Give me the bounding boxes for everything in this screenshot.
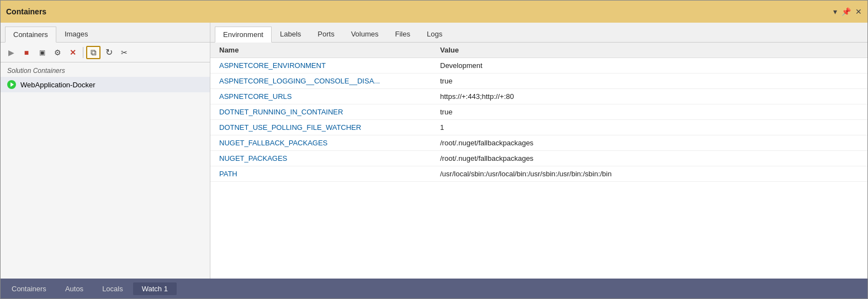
- cut-button[interactable]: ✂: [117, 46, 131, 59]
- table-row: ASPNETCORE_ENVIRONMENT Development: [210, 58, 867, 74]
- terminal-button[interactable]: ▣: [35, 46, 49, 59]
- right-panel: Environment Labels Ports Volumes Files L…: [210, 23, 867, 279]
- environment-table: Name Value ASPNETCORE_ENVIRONMENT Develo…: [210, 43, 867, 182]
- tab-logs[interactable]: Logs: [419, 26, 451, 42]
- toolbar-separator-1: [83, 47, 83, 58]
- env-name-cell: DOTNET_RUNNING_IN_CONTAINER: [210, 104, 431, 120]
- close-icon[interactable]: ✕: [855, 7, 862, 16]
- bottom-tab-watch1[interactable]: Watch 1: [133, 282, 177, 295]
- env-value-cell: /root/.nuget/fallbackpackages: [431, 135, 867, 151]
- bottom-tab-autos[interactable]: Autos: [56, 282, 92, 295]
- delete-button[interactable]: ✕: [66, 46, 80, 59]
- container-item-webapplication[interactable]: WebApplication-Docker: [1, 77, 210, 92]
- right-tabs: Environment Labels Ports Volumes Files L…: [210, 23, 867, 43]
- env-name-cell: PATH: [210, 166, 431, 182]
- main-content: Containers Images ▶ ■ ▣ ⚙ ✕ ⧉ ↻ ✂ Soluti…: [1, 23, 867, 279]
- window-title: Containers: [6, 7, 46, 16]
- env-value-cell: true: [431, 104, 867, 120]
- tab-ports[interactable]: Ports: [309, 26, 342, 42]
- copy-button[interactable]: ⧉: [86, 46, 100, 59]
- env-value-cell: https://+:443;http://+:80: [431, 89, 867, 104]
- table-row: NUGET_PACKAGES /root/.nuget/fallbackpack…: [210, 151, 867, 166]
- table-row: ASPNETCORE_LOGGING__CONSOLE__DISA... tru…: [210, 74, 867, 89]
- col-value-header: Value: [431, 43, 867, 58]
- stop-button[interactable]: ■: [19, 46, 34, 59]
- env-name-cell: ASPNETCORE_ENVIRONMENT: [210, 58, 431, 74]
- table-row: PATH /usr/local/sbin:/usr/local/bin:/usr…: [210, 166, 867, 182]
- env-value-cell: Development: [431, 58, 867, 74]
- env-name-cell: ASPNETCORE_LOGGING__CONSOLE__DISA...: [210, 74, 431, 89]
- left-panel: Containers Images ▶ ■ ▣ ⚙ ✕ ⧉ ↻ ✂ Soluti…: [1, 23, 210, 279]
- table-row: ASPNETCORE_URLS https://+:443;http://+:8…: [210, 89, 867, 104]
- start-button[interactable]: ▶: [4, 46, 18, 59]
- tab-labels[interactable]: Labels: [272, 26, 309, 42]
- running-icon: [7, 80, 16, 89]
- table-row: NUGET_FALLBACK_PACKAGES /root/.nuget/fal…: [210, 135, 867, 151]
- container-name: WebApplication-Docker: [20, 81, 96, 89]
- env-value-cell: /root/.nuget/fallbackpackages: [431, 151, 867, 166]
- tab-files[interactable]: Files: [387, 26, 419, 42]
- pin-icon[interactable]: 📌: [841, 7, 851, 16]
- env-name-cell: ASPNETCORE_URLS: [210, 89, 431, 104]
- tab-environment[interactable]: Environment: [215, 27, 272, 43]
- env-value-cell: 1: [431, 120, 867, 135]
- section-label: Solution Containers: [1, 62, 210, 77]
- title-bar: Containers ▾ 📌 ✕: [1, 1, 867, 23]
- bottom-tab-containers[interactable]: Containers: [3, 282, 55, 295]
- toolbar: ▶ ■ ▣ ⚙ ✕ ⧉ ↻ ✂: [1, 43, 210, 62]
- table-row: DOTNET_USE_POLLING_FILE_WATCHER 1: [210, 120, 867, 135]
- left-tabs: Containers Images: [1, 23, 210, 43]
- env-name-cell: NUGET_PACKAGES: [210, 151, 431, 166]
- tab-images[interactable]: Images: [56, 26, 97, 42]
- tab-volumes[interactable]: Volumes: [343, 26, 387, 42]
- environment-table-container: Name Value ASPNETCORE_ENVIRONMENT Develo…: [210, 43, 867, 279]
- env-value-cell: /usr/local/sbin:/usr/local/bin:/usr/sbin…: [431, 166, 867, 182]
- main-window: Containers ▾ 📌 ✕ Containers Images ▶ ■ ▣…: [0, 0, 868, 299]
- col-name-header: Name: [210, 43, 431, 58]
- bottom-tab-locals[interactable]: Locals: [93, 282, 132, 295]
- title-bar-controls: ▾ 📌 ✕: [833, 7, 862, 16]
- settings-button[interactable]: ⚙: [50, 46, 65, 59]
- bottom-bar: Containers Autos Locals Watch 1: [1, 279, 867, 298]
- table-header-row: Name Value: [210, 43, 867, 58]
- refresh-button[interactable]: ↻: [102, 46, 116, 59]
- env-name-cell: NUGET_FALLBACK_PACKAGES: [210, 135, 431, 151]
- env-name-cell: DOTNET_USE_POLLING_FILE_WATCHER: [210, 120, 431, 135]
- tab-containers[interactable]: Containers: [5, 27, 56, 43]
- dropdown-icon[interactable]: ▾: [833, 7, 837, 16]
- env-value-cell: true: [431, 74, 867, 89]
- table-row: DOTNET_RUNNING_IN_CONTAINER true: [210, 104, 867, 120]
